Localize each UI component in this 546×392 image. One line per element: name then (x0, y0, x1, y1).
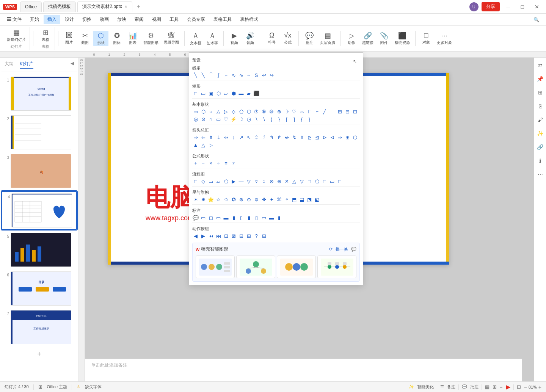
basic-row2-4[interactable]: ◎ (192, 116, 199, 122)
arrow-r3[interactable]: △ (200, 141, 207, 148)
basic-15[interactable]: ⌓ (298, 108, 305, 115)
star-16[interactable]: ⬔ (306, 196, 313, 203)
slide-item-7[interactable]: 7 PART 01 工作完成述职 (2, 309, 77, 346)
line-5[interactable]: ⌐ (223, 72, 229, 78)
header-footer-button[interactable]: ▤ 页眉页脚 (318, 31, 337, 46)
screenshot-button[interactable]: ✂ 截图 (77, 31, 93, 46)
star-3[interactable]: ⭐ (207, 196, 214, 203)
flow-1[interactable]: □ (192, 178, 199, 185)
flow-14[interactable]: △ (291, 178, 298, 185)
zoom-out-button[interactable]: − (524, 384, 527, 390)
smart-item-4[interactable] (317, 256, 356, 278)
arrow-r1[interactable]: ⬡ (351, 134, 358, 141)
arrow-2[interactable]: ⇐ (200, 134, 207, 141)
rect-2[interactable]: ▭ (200, 90, 207, 97)
add-tab-button[interactable]: + (134, 3, 143, 10)
arrow-5[interactable]: ⇔ (223, 134, 229, 141)
smart-item-3[interactable] (277, 256, 316, 278)
arrow-19[interactable]: ⊲ (329, 134, 336, 141)
rect-8[interactable]: ▰ (245, 90, 252, 97)
arrow-3[interactable]: ⇑ (207, 134, 214, 141)
shapes-button[interactable]: ⬡ 形状 (93, 31, 108, 46)
flow-4[interactable]: ▱ (215, 178, 222, 185)
rect-3[interactable]: ▣ (207, 90, 214, 97)
smart-item-1[interactable] (196, 256, 235, 278)
formula-3[interactable]: × (207, 160, 214, 166)
basic-18[interactable]: ╱ (321, 108, 328, 115)
basic-row2-11[interactable]: ◷ (245, 116, 252, 122)
basic-6[interactable]: ◇ (230, 108, 237, 115)
star-10[interactable]: ✤ (260, 196, 267, 203)
slide-item-3[interactable]: 3 🍂 (2, 152, 77, 190)
line-3[interactable]: ⌒ (207, 72, 214, 78)
basic-7[interactable]: ⬠ (238, 108, 245, 115)
sidebar-copy-button[interactable]: ⎘ (536, 102, 545, 111)
user-avatar[interactable]: U (469, 2, 479, 11)
arrow-12[interactable]: ↱ (276, 134, 282, 141)
arrow-r2[interactable]: ▲ (192, 141, 199, 148)
callout-8[interactable]: ▮ (245, 214, 252, 221)
notes-label[interactable]: 备注 (447, 384, 455, 390)
formula-1[interactable]: + (192, 160, 199, 166)
formula-button[interactable]: √x 公式 (280, 31, 295, 46)
add-slide-button[interactable]: + (2, 347, 77, 361)
sidebar-info-button[interactable]: ℹ (536, 156, 545, 165)
arrow-18[interactable]: ⊳ (321, 134, 328, 141)
callout-12[interactable]: ▮ (276, 214, 282, 221)
basic-14[interactable]: ♡ (291, 108, 298, 115)
basic-row2-14[interactable]: { (268, 116, 275, 122)
action-btn-5[interactable]: ⊡ (223, 232, 229, 239)
zoom-in-button[interactable]: + (538, 384, 541, 390)
arrow-11[interactable]: ↰ (268, 134, 275, 141)
smart-beautify-label[interactable]: 智能美化 (417, 384, 434, 390)
sidebar-format-button[interactable]: 🖌 (536, 115, 545, 124)
close-button[interactable]: ✕ (531, 2, 543, 11)
arrow-21[interactable]: ⊞ (344, 134, 351, 141)
formula-5[interactable]: ≡ (223, 160, 229, 166)
basic-row2-3[interactable]: ⊡ (351, 108, 358, 115)
basic-2[interactable]: ⬡ (200, 108, 207, 115)
line-7[interactable]: ∿ (238, 72, 245, 78)
basic-4[interactable]: △ (215, 108, 222, 115)
chart-button[interactable]: 📊 图表 (125, 31, 140, 46)
callout-2[interactable]: ▭ (200, 214, 207, 221)
basic-row2-13[interactable]: ∖ (260, 116, 267, 122)
basic-17[interactable]: ⌐ (314, 108, 320, 115)
object-button[interactable]: □ 对象 (419, 31, 434, 46)
star-12[interactable]: ⌘ (276, 196, 282, 203)
comment-label[interactable]: 批注 (470, 384, 479, 390)
flow-r4[interactable]: ▭ (329, 178, 336, 185)
star-2[interactable]: ✷ (200, 196, 207, 203)
formula-4[interactable]: ÷ (215, 160, 222, 166)
switch-label[interactable]: 换一换 (336, 246, 348, 252)
sidebar-more-button[interactable]: ⋯ (536, 170, 545, 179)
flow-8[interactable]: ▽ (245, 178, 252, 185)
line-4[interactable]: ∫ (215, 72, 222, 78)
view-grid-icon[interactable]: ⊞ (493, 384, 497, 390)
line-6[interactable]: ∿ (230, 72, 237, 78)
app-tab-office[interactable]: Office (20, 2, 42, 12)
sidebar-animation-button[interactable]: ✨ (536, 129, 545, 138)
callout-1[interactable]: 💬 (192, 214, 199, 221)
action-btn-2[interactable]: ▶ (200, 232, 207, 239)
star-13[interactable]: ⌖ (283, 196, 290, 203)
arrow-9[interactable]: ⇕ (253, 134, 260, 141)
basic-16[interactable]: Γ (306, 108, 313, 115)
hyperlink-button[interactable]: 🔗 超链接 (360, 31, 376, 46)
menu-design[interactable]: 设计 (61, 15, 78, 24)
sidebar-link-button[interactable]: 🔗 (536, 143, 545, 152)
menu-view[interactable]: 视图 (148, 15, 165, 24)
maximize-button[interactable]: □ (517, 2, 528, 11)
rect-4[interactable]: ⬡ (215, 90, 222, 97)
arrow-r4[interactable]: ▷ (207, 141, 214, 148)
menu-animation[interactable]: 动画 (96, 15, 113, 24)
sidebar-pin-button[interactable]: 📌 (536, 74, 545, 83)
callout-5[interactable]: ▬ (223, 214, 229, 221)
tab-outline[interactable]: 大纲 (5, 61, 14, 69)
star-7[interactable]: ⊛ (238, 196, 245, 203)
action-btn-7[interactable]: ⊟ (238, 232, 245, 239)
sidebar-expand-button[interactable]: ⇄ (536, 61, 545, 70)
arrow-8[interactable]: ↖ (245, 134, 252, 141)
action-btn-10[interactable]: ⊞ (260, 232, 267, 239)
callout-10[interactable]: ▭ (260, 214, 267, 221)
